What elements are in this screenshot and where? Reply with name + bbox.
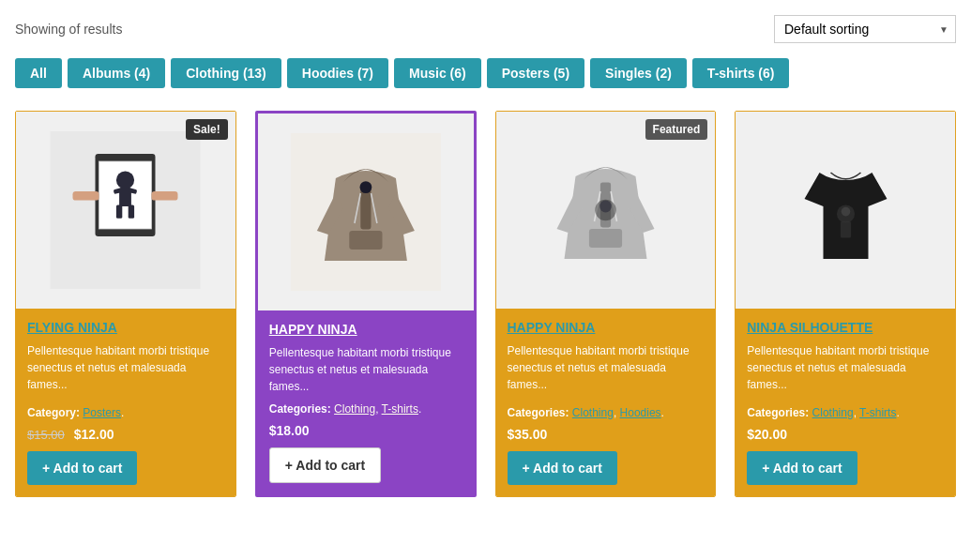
product-price-happy-ninja-gray: $35.00 [508,427,705,442]
filter-tag-t-shirts--6-[interactable]: T-shirts (6) [692,58,790,88]
svg-point-27 [841,207,850,217]
product-badge-flying-ninja: Sale! [186,119,228,140]
price-original-flying-ninja: $15.00 [27,428,65,442]
add-to-cart-button-ninja-silhouette[interactable]: + Add to cart [747,451,857,485]
product-category-happy-ninja-gray: Categories: Clothing, Hoodies. [508,406,705,419]
price-current-happy-ninja-purple: $18.00 [269,423,310,438]
svg-rect-7 [116,204,122,218]
product-title-happy-ninja-purple[interactable]: HAPPY NINJA [269,322,463,337]
products-grid: Sale!FLYING NINJAPellentesque habitant m… [15,111,956,497]
category-label-happy-ninja-purple: Categories: [269,402,334,416]
filter-tag-hoodies--7-[interactable]: Hoodies (7) [287,58,388,88]
product-image-happy-ninja-purple [258,114,474,310]
product-title-flying-ninja[interactable]: FLYING NINJA [27,320,224,335]
product-info-happy-ninja-purple: HAPPY NINJAPellentesque habitant morbi t… [258,310,474,494]
product-desc-happy-ninja-gray: Pellentesque habitant morbi tristique se… [508,342,705,399]
price-current-happy-ninja-gray: $35.00 [508,427,548,442]
product-info-happy-ninja-gray: HAPPY NINJAPellentesque habitant morbi t… [496,309,716,496]
product-card-ninja-silhouette: NINJA SILHOUETTEPellentesque habitant mo… [735,111,956,497]
add-to-cart-button-flying-ninja[interactable]: + Add to cart [27,451,137,485]
product-image-ninja-silhouette [736,112,955,309]
price-current-ninja-silhouette: $20.00 [747,427,787,442]
category-link-0-happy-ninja-gray[interactable]: Clothing [572,406,614,419]
category-link-1-ninja-silhouette[interactable]: T-shirts [859,406,896,419]
product-info-flying-ninja: FLYING NINJAPellentesque habitant morbi … [16,309,235,496]
sort-select[interactable]: Default sortingSort by popularitySort by… [774,15,956,43]
category-link-0-flying-ninja[interactable]: Posters [83,406,121,419]
category-label-ninja-silhouette: Categories: [747,406,812,419]
sort-wrapper: Default sortingSort by popularitySort by… [774,15,956,43]
svg-rect-9 [73,191,99,201]
product-category-ninja-silhouette: Categories: Clothing, T-shirts. [747,406,944,419]
category-label-happy-ninja-gray: Categories: [508,406,572,419]
product-image-happy-ninja-gray: Featured [496,112,716,309]
product-card-happy-ninja-purple: HAPPY NINJAPellentesque habitant morbi t… [255,111,477,497]
product-card-flying-ninja: Sale!FLYING NINJAPellentesque habitant m… [15,111,236,497]
svg-rect-23 [589,229,622,248]
category-label-flying-ninja: Category: [27,406,83,419]
product-title-happy-ninja-gray[interactable]: HAPPY NINJA [508,320,705,335]
top-bar: Showing of results Default sortingSort b… [15,15,956,43]
product-desc-flying-ninja: Pellentesque habitant morbi tristique se… [27,342,224,399]
product-desc-ninja-silhouette: Pellentesque habitant morbi tristique se… [747,342,944,399]
svg-rect-16 [349,231,382,250]
product-info-ninja-silhouette: NINJA SILHOUETTEPellentesque habitant mo… [736,309,955,496]
filter-tag-all[interactable]: All [15,58,62,88]
svg-rect-10 [152,191,178,201]
product-desc-happy-ninja-purple: Pellentesque habitant morbi tristique se… [269,344,463,395]
price-current-flying-ninja: $12.00 [74,427,114,442]
filter-tag-posters--5-[interactable]: Posters (5) [487,58,584,88]
filter-tag-albums--4-[interactable]: Albums (4) [68,58,165,88]
add-to-cart-button-happy-ninja-gray[interactable]: + Add to cart [508,451,617,485]
product-card-happy-ninja-gray: FeaturedHAPPY NINJAPellentesque habitant… [495,111,717,497]
product-price-flying-ninja: $15.00$12.00 [27,427,224,442]
svg-point-15 [359,181,372,193]
filter-tag-singles--2-[interactable]: Singles (2) [590,58,687,88]
filter-bar: AllAlbums (4)Clothing (13)Hoodies (7)Mus… [15,58,956,88]
product-badge-happy-ninja-gray: Featured [645,119,708,140]
add-to-cart-button-happy-ninja-purple[interactable]: + Add to cart [269,447,381,483]
svg-point-22 [599,201,612,213]
product-price-ninja-silhouette: $20.00 [747,427,944,442]
product-category-happy-ninja-purple: Categories: Clothing, T-shirts. [269,402,463,416]
svg-rect-26 [841,221,851,238]
category-link-1-happy-ninja-gray[interactable]: Hoodies [620,406,661,419]
category-link-1-happy-ninja-purple[interactable]: T-shirts [382,402,418,416]
svg-rect-8 [129,204,134,218]
product-image-flying-ninja: Sale! [16,112,235,309]
category-link-0-ninja-silhouette[interactable]: Clothing [812,406,854,419]
filter-tag-clothing--13-[interactable]: Clothing (13) [171,58,281,88]
filter-tag-music--6-[interactable]: Music (6) [394,58,481,88]
category-link-0-happy-ninja-purple[interactable]: Clothing [334,402,375,416]
product-category-flying-ninja: Category: Posters. [27,406,224,419]
product-title-ninja-silhouette[interactable]: NINJA SILHOUETTE [747,320,944,335]
svg-point-3 [116,171,134,189]
product-price-happy-ninja-purple: $18.00 [269,423,463,438]
showing-text: Showing of results [15,22,122,37]
